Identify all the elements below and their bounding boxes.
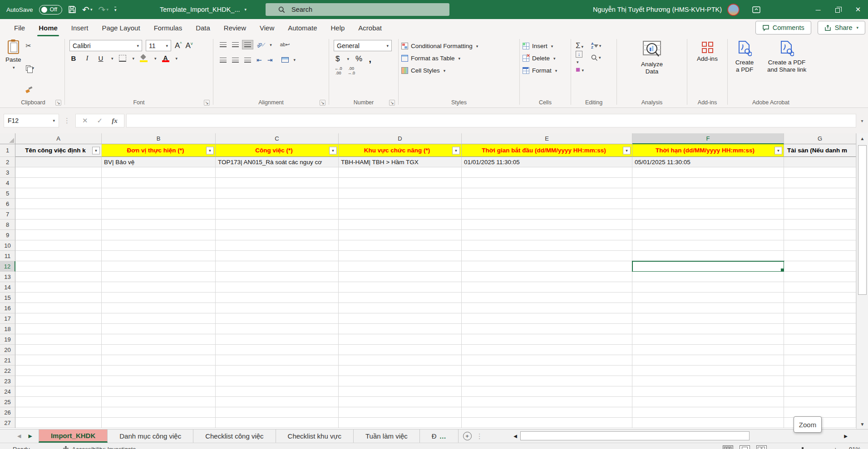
menu-tab-help[interactable]: Help (324, 19, 351, 36)
document-title[interactable]: Template_Import_KHDK_...▾ (160, 0, 247, 19)
cell-A27[interactable] (15, 418, 102, 428)
filter-button-C[interactable]: ▼ (329, 146, 337, 154)
cell-G13[interactable] (784, 272, 856, 282)
decrease-font-size-button[interactable]: Av (186, 41, 193, 50)
cell-D26[interactable] (339, 407, 462, 418)
menu-tab-acrobat[interactable]: Acrobat (351, 19, 389, 36)
cell-D9[interactable] (339, 230, 462, 240)
align-middle-button[interactable] (230, 40, 241, 49)
cell-F2[interactable]: 05/01/2025 11:30:05 (632, 157, 784, 167)
page-break-view-button[interactable] (756, 445, 767, 449)
cell-A21[interactable] (15, 355, 102, 366)
vertical-scrollbar[interactable]: ▲ ▼ (856, 133, 868, 429)
cell-A18[interactable] (15, 324, 102, 334)
header-cell-F1[interactable]: Thời hạn (dd/MM/yyyy HH:mm:ss)▼ (632, 144, 784, 157)
menu-tab-home[interactable]: Home (32, 19, 64, 36)
cell-B16[interactable] (102, 303, 216, 313)
menu-tab-page-layout[interactable]: Page Layout (95, 19, 147, 36)
cell-C22[interactable] (216, 366, 339, 376)
selected-cell-F12[interactable] (632, 261, 784, 272)
row-header-8[interactable]: 8 (0, 220, 15, 230)
cell-G11[interactable] (784, 251, 856, 261)
cell-B19[interactable] (102, 334, 216, 345)
cell-A15[interactable] (15, 293, 102, 303)
cell-F27[interactable] (632, 418, 784, 428)
cell-E18[interactable] (462, 324, 632, 334)
number-dialog-launcher[interactable]: ↘ (389, 100, 395, 106)
cell-A4[interactable] (15, 178, 102, 188)
cell-E10[interactable] (462, 240, 632, 251)
horizontal-scroll-track[interactable] (520, 431, 841, 441)
number-format-select[interactable]: General▾ (334, 40, 392, 51)
header-cell-E1[interactable]: Thời gian bắt đầu (dd/MM/yyyy HH:mm:ss)▼ (462, 144, 632, 157)
header-cell-B1[interactable]: Đơn vị thực hiện (*)▼ (102, 144, 216, 157)
save-button[interactable] (68, 5, 76, 14)
cell-D11[interactable] (339, 251, 462, 261)
cell-G5[interactable] (784, 188, 856, 199)
horizontal-scroll-thumb[interactable] (520, 431, 750, 440)
cell-C15[interactable] (216, 293, 339, 303)
orientation-button[interactable]: ab⟋ (255, 40, 267, 49)
cell-F5[interactable] (632, 188, 784, 199)
scroll-up-button[interactable]: ▲ (857, 133, 868, 143)
cell-G3[interactable] (784, 167, 856, 178)
borders-button[interactable] (119, 55, 126, 62)
font-dialog-launcher[interactable]: ↘ (204, 100, 210, 106)
zoom-percent[interactable]: 91% (843, 446, 861, 449)
cell-C24[interactable] (216, 386, 339, 397)
cell-E16[interactable] (462, 303, 632, 313)
cell-C20[interactable] (216, 345, 339, 355)
cell-D13[interactable] (339, 272, 462, 282)
ribbon-display-options-button[interactable] (752, 6, 760, 13)
share-button[interactable]: Share▾ (818, 21, 865, 34)
create-pdf-button[interactable]: Createa PDF (733, 39, 757, 98)
cell-C18[interactable] (216, 324, 339, 334)
cell-A14[interactable] (15, 282, 102, 293)
cell-B22[interactable] (102, 366, 216, 376)
cell-B24[interactable] (102, 386, 216, 397)
cell-B3[interactable] (102, 167, 216, 178)
cell-D27[interactable] (339, 418, 462, 428)
cell-B21[interactable] (102, 355, 216, 366)
clear-button[interactable]: ◆▾ (576, 65, 591, 73)
cell-C21[interactable] (216, 355, 339, 366)
column-header-D[interactable]: D (339, 133, 462, 144)
row-header-23[interactable]: 23 (0, 376, 15, 386)
add-ins-button[interactable]: Add-ins (694, 39, 720, 98)
cell-B13[interactable] (102, 272, 216, 282)
cell-B27[interactable] (102, 418, 216, 428)
enter-formula-button[interactable]: ✓ (97, 117, 103, 125)
search-input[interactable]: Search (266, 3, 449, 16)
cell-E27[interactable] (462, 418, 632, 428)
cell-A8[interactable] (15, 220, 102, 230)
insert-function-button[interactable]: fx (112, 117, 118, 125)
cell-F21[interactable] (632, 355, 784, 366)
alignment-dialog-launcher[interactable]: ↘ (320, 100, 326, 106)
fill-color-dropdown[interactable]: ▾ (154, 56, 157, 61)
cell-C10[interactable] (216, 240, 339, 251)
cell-C26[interactable] (216, 407, 339, 418)
cell-B7[interactable] (102, 209, 216, 220)
cell-F18[interactable] (632, 324, 784, 334)
cell-F7[interactable] (632, 209, 784, 220)
cell-F13[interactable] (632, 272, 784, 282)
sheet-nav-next-button[interactable]: ▶ (28, 433, 32, 439)
cell-B17[interactable] (102, 313, 216, 324)
row-header-27[interactable]: 27 (0, 418, 15, 428)
find-select-button[interactable]: ▾ (591, 54, 607, 61)
row-header-9[interactable]: 9 (0, 230, 15, 240)
row-header-14[interactable]: 14 (0, 282, 15, 293)
cell-C2[interactable]: TOP173| AN015_Rà soát các nguy cơ (216, 157, 339, 167)
row-header-21[interactable]: 21 (0, 355, 15, 366)
cell-D15[interactable] (339, 293, 462, 303)
cell-E19[interactable] (462, 334, 632, 345)
cell-E6[interactable] (462, 199, 632, 209)
cell-B6[interactable] (102, 199, 216, 209)
cell-C14[interactable] (216, 282, 339, 293)
cell-B23[interactable] (102, 376, 216, 386)
italic-button[interactable]: I (83, 54, 91, 62)
cell-C6[interactable] (216, 199, 339, 209)
cell-D4[interactable] (339, 178, 462, 188)
column-header-F[interactable]: F (632, 133, 784, 144)
cell-F20[interactable] (632, 345, 784, 355)
